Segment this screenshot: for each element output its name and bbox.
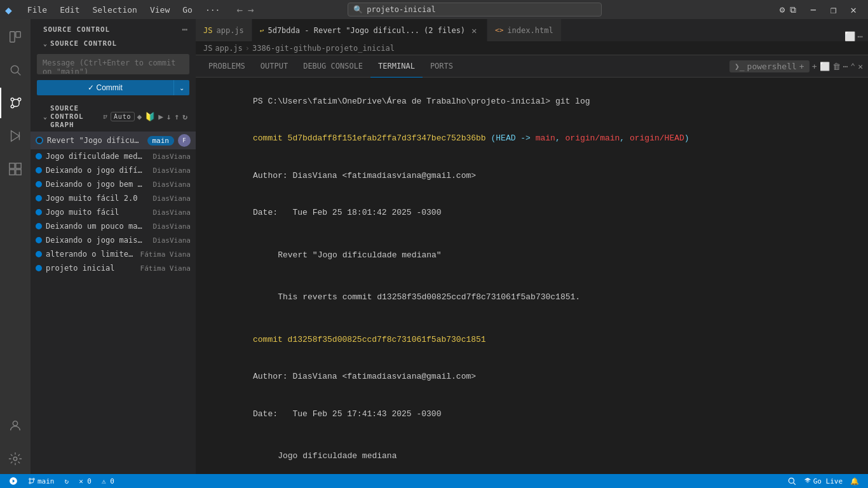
split-terminal-icon[interactable]: ⬜ xyxy=(820,62,830,71)
commit-dropdown-button[interactable]: ⌄ xyxy=(173,80,189,95)
graph-dot xyxy=(36,181,42,187)
graph-item[interactable]: Jogo dificuldade mediana DiasViana xyxy=(31,149,196,163)
activity-source-control[interactable] xyxy=(0,88,31,118)
trash-icon[interactable]: 🗑 xyxy=(832,62,841,71)
activity-extensions[interactable] xyxy=(0,154,31,184)
add-terminal-icon[interactable]: + xyxy=(812,62,817,71)
auto-badge[interactable]: Auto xyxy=(111,112,135,121)
sidebar-more-icon[interactable]: ⋯ xyxy=(182,24,188,34)
wifi-icon xyxy=(804,477,811,485)
graph-item[interactable]: Deixando o jogo difícil DiasViana xyxy=(31,163,196,177)
chevron-down-icon: ⌄ xyxy=(43,40,48,47)
menu-ellipsis[interactable]: ··· xyxy=(200,4,225,16)
menu-selection[interactable]: Selection xyxy=(87,4,142,16)
graph-item[interactable]: projeto inicial Fátima Viana xyxy=(31,261,196,275)
menu-go[interactable]: Go xyxy=(177,4,198,16)
more-actions-icon[interactable]: ⋯ xyxy=(843,62,848,71)
zoom-icon[interactable] xyxy=(783,474,800,488)
graph-fetch-icon[interactable]: ◆ xyxy=(137,112,143,121)
terminal-blank xyxy=(203,231,860,236)
terminal-blank xyxy=(203,274,860,279)
graph-branch-icon[interactable]: 🔰 xyxy=(145,112,156,121)
graph-item[interactable]: Deixando o jogo bem difícil DiasViana xyxy=(31,177,196,191)
commit-button[interactable]: ✓ Commit xyxy=(37,80,173,95)
branch-indicator[interactable]: main xyxy=(24,474,58,488)
warnings-indicator[interactable]: ⚠ 0 xyxy=(98,474,118,488)
breadcrumb: JS app.js › 3386-git-github-projeto_inic… xyxy=(196,41,868,55)
tab-commit[interactable]: ↩ 5d7bdda - Revert "Jogo dificul... (2 f… xyxy=(252,19,487,41)
terminal-line: Jogo dificuldade mediana xyxy=(203,438,860,475)
svg-point-19 xyxy=(29,482,31,484)
graph-item[interactable]: Deixando um pouco mais difícil DiasViana xyxy=(31,219,196,233)
activity-account[interactable] xyxy=(0,410,31,441)
close-paren: ) xyxy=(684,133,689,143)
commit-author: DiasViana xyxy=(153,166,191,175)
commit-hash: commit 5d7bddaff8f151efab2ffa7d3f347bec7… xyxy=(253,133,491,143)
sync-button[interactable]: ↻ xyxy=(61,474,73,488)
menu-edit[interactable]: Edit xyxy=(55,4,85,16)
tab-output[interactable]: OUTPUT xyxy=(253,55,295,78)
powershell-icon: ❯_ xyxy=(735,62,745,71)
close-button[interactable]: ✕ xyxy=(844,3,863,17)
errors-indicator[interactable]: ✕ 0 xyxy=(75,474,95,488)
bell-button[interactable]: 🔔 xyxy=(846,474,863,488)
activity-explorer[interactable] xyxy=(0,22,31,52)
menu-view[interactable]: View xyxy=(145,4,175,16)
terminal-content[interactable]: PS C:\Users\fatim\OneDrive\Área de Traba… xyxy=(196,78,868,474)
svg-marker-7 xyxy=(11,131,20,142)
activity-settings[interactable] xyxy=(0,444,31,474)
minimize-button[interactable]: − xyxy=(804,3,823,17)
terminal-date: Date: Tue Feb 25 17:41:43 2025 -0300 xyxy=(253,409,441,419)
nav-forward[interactable]: → xyxy=(247,4,255,16)
sidebar-header-label: SOURCE CONTROL xyxy=(43,25,110,34)
sync-icon: ↻ xyxy=(65,477,69,485)
search-text: projeto-inicial xyxy=(367,5,435,14)
tab-terminal[interactable]: TERMINAL xyxy=(370,55,423,78)
tab-debug-console[interactable]: DEBUG CONSOLE xyxy=(295,55,370,78)
remote-icon[interactable] xyxy=(5,474,22,488)
svg-point-4 xyxy=(11,98,14,101)
tab-appjs[interactable]: JS app.js xyxy=(196,19,252,41)
close-panel-icon[interactable]: ✕ xyxy=(858,62,863,71)
graph-pull-icon[interactable]: ↓ xyxy=(166,112,172,121)
terminal-prompt-line: PS C:\Users\fatim\OneDrive\Área de Traba… xyxy=(203,83,860,120)
menu-file[interactable]: File xyxy=(22,4,52,16)
terminal-line: commit 5d7bddaff8f151efab2ffa7d3f347bec7… xyxy=(203,120,860,158)
svg-rect-10 xyxy=(16,163,21,168)
tab-ports[interactable]: PORTS xyxy=(423,55,461,78)
panel-tab-actions: ❯_ powershell + + ⬜ 🗑 ⋯ ⌃ ✕ xyxy=(729,60,863,72)
graph-item[interactable]: alterando o limite para 100 Fátima Viana xyxy=(31,247,196,261)
tab-problems[interactable]: PROBLEMS xyxy=(201,55,253,78)
activity-run[interactable] xyxy=(0,121,31,151)
tab-indexhtml[interactable]: <> index.html xyxy=(487,19,562,41)
commit-hash: commit d13258f35d00825ccd7f8c731061f5ab7… xyxy=(253,335,486,344)
graph-item[interactable]: Revert "Jogo dificuldade mediana"... mai… xyxy=(31,132,196,149)
graph-dot xyxy=(36,167,42,173)
graph-item[interactable]: Jogo muito fácil 2.0 DiasViana xyxy=(31,191,196,205)
activity-search[interactable] xyxy=(0,55,31,85)
graph-item[interactable]: Deixando o jogo mais facil DiasViana xyxy=(31,233,196,247)
split-editor-icon[interactable]: ⬜ xyxy=(844,31,855,41)
graph-push-icon[interactable]: ↑ xyxy=(175,112,180,121)
titlebar-actions: − ❐ ✕ xyxy=(804,3,863,17)
sidebar-layout-icon[interactable]: ⧉ xyxy=(790,4,796,15)
nav-back[interactable]: ← xyxy=(235,4,244,16)
graph-merge-icon[interactable]: ▶ xyxy=(158,112,164,121)
terminal-line: Date: Tue Feb 25 17:41:43 2025 -0300 xyxy=(203,395,860,433)
titlebar-search[interactable]: 🔍 projeto-inicial xyxy=(348,3,602,17)
graph-item[interactable]: Jogo muito fácil DiasViana xyxy=(31,205,196,219)
extensions-icon[interactable]: ⚙ xyxy=(780,4,785,15)
more-tabs-icon[interactable]: ⋯ xyxy=(858,31,863,41)
graph-dot xyxy=(36,209,42,215)
statusbar: main ↻ ✕ 0 ⚠ 0 Go Live 🔔 xyxy=(0,474,868,488)
graph-dot xyxy=(36,237,42,243)
sidebar: SOURCE CONTROL ⋯ ⌄ SOURCE CONTROL ✓ Comm… xyxy=(31,19,196,474)
commit-message-input[interactable] xyxy=(37,54,189,74)
origin-head: origin/HEAD xyxy=(630,133,684,143)
tab-close-button[interactable]: ✕ xyxy=(469,25,479,36)
restore-button[interactable]: ❐ xyxy=(824,3,843,17)
maximize-panel-icon[interactable]: ⌃ xyxy=(850,62,855,71)
graph-refresh-icon[interactable]: ↻ xyxy=(182,112,188,121)
go-live-button[interactable]: Go Live xyxy=(800,474,846,488)
main-layout: SOURCE CONTROL ⋯ ⌄ SOURCE CONTROL ✓ Comm… xyxy=(0,19,868,474)
